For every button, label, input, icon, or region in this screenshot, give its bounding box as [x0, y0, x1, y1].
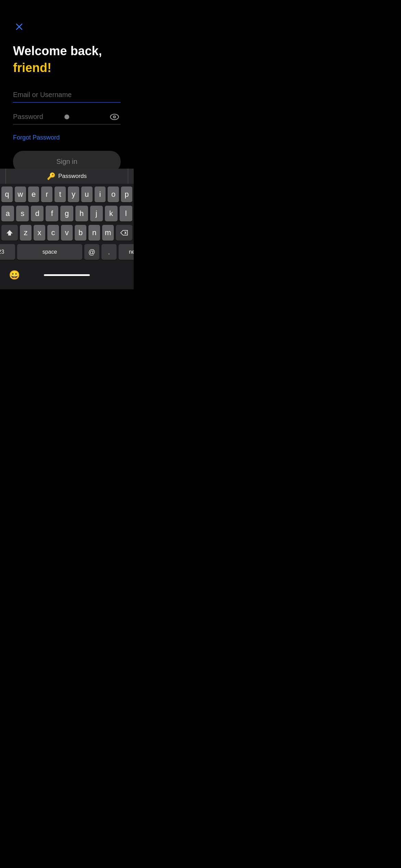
key-w[interactable]: w	[15, 186, 26, 202]
bottom-bar: 😀	[0, 265, 134, 289]
backspace-key[interactable]	[116, 225, 132, 241]
numbers-key[interactable]: 123	[0, 244, 15, 260]
toggle-password-button[interactable]	[108, 112, 121, 122]
key-y[interactable]: y	[68, 186, 79, 202]
key-k[interactable]: k	[105, 206, 118, 221]
app-container: Welcome back, friend! Forgot Password Si…	[0, 0, 134, 289]
shift-key[interactable]	[1, 225, 18, 241]
key-n[interactable]: n	[88, 225, 100, 241]
keyboard-area: 🔑 Passwords q w e r t y u i o p a	[0, 169, 134, 289]
password-dot-indicator	[64, 114, 69, 119]
passwords-toolbar: 🔑 Passwords	[47, 172, 87, 180]
key-f[interactable]: f	[46, 206, 58, 221]
keyboard-row-3: z x c v b n m	[1, 225, 132, 241]
key-c[interactable]: c	[47, 225, 59, 241]
toolbar-divider-left	[5, 169, 6, 184]
key-p[interactable]: p	[121, 186, 132, 202]
key-o[interactable]: o	[108, 186, 119, 202]
key-m[interactable]: m	[102, 225, 114, 241]
key-i[interactable]: i	[95, 186, 106, 202]
key-g[interactable]: g	[60, 206, 73, 221]
at-key[interactable]: @	[84, 244, 99, 260]
keyboard-row-bottom: 123 space @ . next	[1, 244, 132, 260]
key-e[interactable]: e	[28, 186, 39, 202]
forgot-password-link[interactable]: Forgot Password	[13, 134, 60, 141]
key-r[interactable]: r	[41, 186, 52, 202]
key-s[interactable]: s	[16, 206, 29, 221]
spacer	[112, 267, 127, 282]
dot-key[interactable]: .	[101, 244, 117, 260]
eye-icon	[110, 113, 119, 120]
toolbar-divider-right	[128, 169, 128, 184]
home-indicator	[44, 274, 90, 276]
welcome-title: Welcome back,	[13, 44, 121, 58]
key-q[interactable]: q	[1, 186, 13, 202]
key-h[interactable]: h	[75, 206, 88, 221]
welcome-subtitle: friend!	[13, 61, 121, 75]
close-button[interactable]	[13, 21, 25, 33]
next-key[interactable]: next	[119, 244, 134, 260]
key-v[interactable]: v	[61, 225, 73, 241]
password-input-wrapper	[13, 109, 121, 124]
key-u[interactable]: u	[81, 186, 93, 202]
form-area: Welcome back, friend! Forgot Password Si…	[0, 0, 134, 179]
keyboard-rows: q w e r t y u i o p a s d f g h j k	[0, 184, 134, 265]
key-j[interactable]: j	[90, 206, 103, 221]
email-input[interactable]	[13, 87, 121, 103]
key-icon: 🔑	[47, 172, 56, 180]
keyboard-row-2: a s d f g h j k l	[1, 206, 132, 221]
emoji-key[interactable]: 😀	[7, 267, 22, 282]
email-input-wrapper	[13, 87, 121, 103]
svg-point-2	[114, 116, 115, 118]
keyboard-row-1: q w e r t y u i o p	[1, 186, 132, 202]
close-icon	[15, 23, 23, 31]
key-l[interactable]: l	[120, 206, 132, 221]
key-z[interactable]: z	[20, 225, 32, 241]
keyboard-toolbar[interactable]: 🔑 Passwords	[0, 169, 134, 184]
key-b[interactable]: b	[75, 225, 86, 241]
key-t[interactable]: t	[54, 186, 66, 202]
passwords-label: Passwords	[58, 173, 87, 180]
key-a[interactable]: a	[1, 206, 14, 221]
key-d[interactable]: d	[31, 206, 44, 221]
space-key[interactable]: space	[17, 244, 82, 260]
key-x[interactable]: x	[34, 225, 45, 241]
